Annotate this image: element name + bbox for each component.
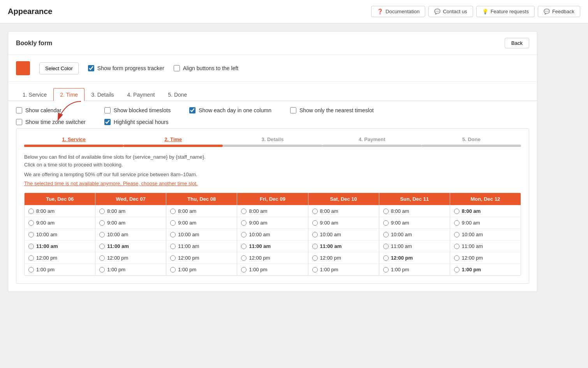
time-cell[interactable]: 1:00 pm: [237, 264, 308, 275]
time-cell[interactable]: 8:00 am: [308, 205, 379, 217]
time-cell[interactable]: 8:00 am: [25, 205, 95, 217]
feature-requests-button[interactable]: 💡 Feature requests: [476, 6, 535, 17]
time-radio[interactable]: [170, 255, 176, 261]
time-radio[interactable]: [28, 232, 34, 237]
time-cell[interactable]: 12:00 pm: [379, 252, 450, 264]
time-radio[interactable]: [241, 209, 246, 214]
color-swatch-button[interactable]: [16, 61, 30, 75]
time-cell[interactable]: 8:00 am: [379, 205, 450, 217]
align-buttons-checkbox[interactable]: [174, 65, 180, 71]
time-radio[interactable]: [454, 267, 459, 272]
time-cell[interactable]: 12:00 pm: [25, 252, 95, 264]
show-blocked-label[interactable]: Show blocked timeslots: [114, 107, 171, 113]
time-cell[interactable]: 12:00 pm: [308, 252, 379, 264]
documentation-button[interactable]: ❓ Documentation: [371, 6, 425, 17]
time-cell[interactable]: 11:00 am: [25, 240, 95, 252]
show-each-day-label[interactable]: Show each day in one column: [199, 107, 271, 113]
time-radio[interactable]: [312, 255, 318, 261]
time-cell[interactable]: 9:00 am: [237, 217, 308, 228]
time-radio[interactable]: [170, 209, 176, 214]
time-radio[interactable]: [99, 209, 105, 214]
time-cell[interactable]: 10:00 am: [95, 228, 166, 240]
time-radio[interactable]: [99, 267, 105, 272]
time-radio[interactable]: [28, 244, 34, 249]
time-radio[interactable]: [241, 232, 246, 237]
show-timezone-label[interactable]: Show time zone switcher: [25, 119, 86, 125]
time-radio[interactable]: [99, 244, 105, 249]
time-radio[interactable]: [312, 209, 318, 214]
show-progress-checkbox[interactable]: [88, 65, 94, 71]
time-cell[interactable]: 10:00 am: [166, 228, 237, 240]
time-cell[interactable]: 11:00 am: [450, 240, 521, 252]
time-cell[interactable]: 12:00 pm: [166, 252, 237, 264]
show-nearest-label[interactable]: Show only the nearest timeslot: [299, 107, 374, 113]
align-buttons-label[interactable]: Align buttons to the left: [183, 65, 238, 71]
preview-error[interactable]: The selected time is not available anymo…: [24, 180, 521, 186]
time-radio[interactable]: [28, 267, 34, 272]
time-radio[interactable]: [383, 244, 389, 249]
time-radio[interactable]: [383, 220, 389, 226]
back-button[interactable]: Back: [505, 38, 529, 48]
tab-service[interactable]: 1. Service: [16, 88, 53, 101]
time-cell[interactable]: 9:00 am: [25, 217, 95, 228]
time-cell[interactable]: 1:00 pm: [450, 264, 521, 275]
time-cell[interactable]: 9:00 am: [95, 217, 166, 228]
contact-us-button[interactable]: 💬 Contact us: [428, 6, 473, 17]
tab-time[interactable]: 2. Time: [53, 88, 85, 101]
time-radio[interactable]: [383, 232, 389, 237]
step-service-label[interactable]: 1. Service: [24, 136, 123, 142]
show-calendar-checkbox[interactable]: [16, 107, 22, 113]
time-radio[interactable]: [312, 232, 318, 237]
time-radio[interactable]: [99, 220, 105, 226]
time-cell[interactable]: 12:00 pm: [95, 252, 166, 264]
time-cell[interactable]: 11:00 am: [166, 240, 237, 252]
tab-done[interactable]: 5. Done: [161, 88, 194, 101]
time-radio[interactable]: [312, 220, 318, 226]
show-calendar-label[interactable]: Show calendar: [25, 107, 62, 113]
time-cell[interactable]: 10:00 am: [308, 228, 379, 240]
time-cell[interactable]: 10:00 am: [237, 228, 308, 240]
time-cell[interactable]: 11:00 am: [308, 240, 379, 252]
show-blocked-checkbox[interactable]: [104, 107, 111, 113]
time-radio[interactable]: [241, 244, 246, 249]
tab-details[interactable]: 3. Details: [85, 88, 120, 101]
time-radio[interactable]: [454, 255, 459, 261]
time-radio[interactable]: [28, 220, 34, 226]
time-radio[interactable]: [312, 244, 318, 249]
time-radio[interactable]: [454, 244, 459, 249]
time-radio[interactable]: [454, 220, 459, 226]
time-cell[interactable]: 1:00 pm: [25, 264, 95, 275]
highlight-special-label[interactable]: Highlight special hours: [114, 119, 169, 125]
time-radio[interactable]: [312, 267, 318, 272]
time-cell[interactable]: 10:00 am: [379, 228, 450, 240]
highlight-special-checkbox[interactable]: [104, 119, 111, 125]
time-cell[interactable]: 1:00 pm: [379, 264, 450, 275]
time-radio[interactable]: [241, 255, 246, 261]
time-cell[interactable]: 12:00 pm: [237, 252, 308, 264]
time-radio[interactable]: [99, 255, 105, 261]
time-cell[interactable]: 9:00 am: [379, 217, 450, 228]
time-radio[interactable]: [170, 267, 176, 272]
time-radio[interactable]: [383, 209, 389, 214]
time-cell[interactable]: 1:00 pm: [166, 264, 237, 275]
time-radio[interactable]: [454, 209, 459, 214]
show-timezone-checkbox[interactable]: [16, 119, 22, 125]
tab-payment[interactable]: 4. Payment: [121, 88, 162, 101]
time-cell[interactable]: 8:00 am: [166, 205, 237, 217]
time-radio[interactable]: [241, 220, 246, 226]
time-radio[interactable]: [28, 209, 34, 214]
time-radio[interactable]: [170, 244, 176, 249]
time-cell[interactable]: 8:00 am: [237, 205, 308, 217]
time-radio[interactable]: [383, 255, 389, 261]
time-cell[interactable]: 10:00 am: [450, 228, 521, 240]
time-cell[interactable]: 11:00 am: [237, 240, 308, 252]
time-cell[interactable]: 9:00 am: [166, 217, 237, 228]
time-cell[interactable]: 12:00 pm: [450, 252, 521, 264]
show-nearest-checkbox[interactable]: [290, 107, 296, 113]
time-radio[interactable]: [28, 255, 34, 261]
time-radio[interactable]: [241, 267, 246, 272]
time-cell[interactable]: 8:00 am: [95, 205, 166, 217]
time-cell[interactable]: 9:00 am: [308, 217, 379, 228]
time-cell[interactable]: 1:00 pm: [95, 264, 166, 275]
time-cell[interactable]: 11:00 am: [95, 240, 166, 252]
